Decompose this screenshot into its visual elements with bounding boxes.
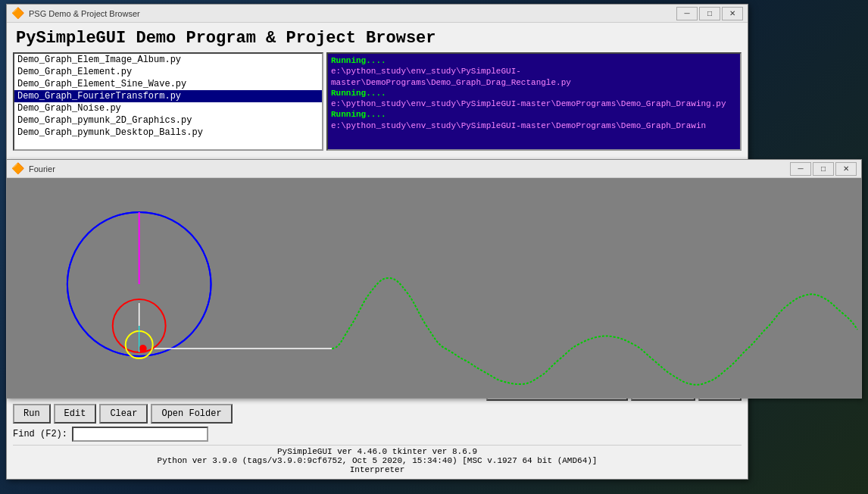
svg-point-7 [139,345,147,352]
fourier-titlebar: 🔶 Fourier ─ □ ✕ [7,160,861,178]
titlebar-left: 🔶 PSG Demo & Project Browser [11,7,140,20]
fourier-icon: 🔶 [11,162,24,175]
find-label: Find (F2): [13,429,67,439]
output-line: e:\python_study\env_study\PySimpleGUI-ma… [331,66,737,88]
fourier-svg [7,178,861,398]
file-list[interactable]: Demo_Graph_Elem_Image_Album.py Demo_Grap… [13,52,323,151]
status-line1: PySimpleGUI ver 4.46.0 tkinter ver 8.6.9 [19,447,735,456]
fourier-window-title: Fourier [29,164,55,174]
fourier-controls: ─ □ ✕ [790,162,857,176]
list-item[interactable]: Demo_Graph_Noise.py [14,102,322,114]
fourier-minimize-button[interactable]: ─ [790,162,811,176]
find-input[interactable] [72,427,208,442]
output-area: Running.... e:\python_study\env_study\Py… [326,52,742,151]
file-list-container: Demo_Graph_Elem_Image_Album.py Demo_Grap… [13,52,323,151]
minimize-button[interactable]: ─ [676,7,698,20]
fourier-canvas [7,178,861,398]
status-line2: Python ver 3.9.0 (tags/v3.9.0:9cf6752, O… [19,456,735,465]
edit-button[interactable]: Edit [54,404,97,424]
psg-window-title: PSG Demo & Project Browser [29,9,140,18]
output-line: e:\python_study\env_study\PySimpleGUI-ma… [331,98,737,109]
close-button[interactable]: ✕ [722,7,743,20]
list-item[interactable]: Demo_Graph_Elem_Image_Album.py [14,54,322,66]
psg-titlebar: 🔶 PSG Demo & Project Browser ─ □ ✕ [7,5,748,23]
output-line: Running.... [331,88,737,98]
fourier-maximize-button[interactable]: □ [813,162,834,176]
psg-icon: 🔶 [11,7,24,20]
run-button[interactable]: Run [13,404,51,424]
button-row: Run Edit Clear Open Folder [13,404,742,424]
maximize-button[interactable]: □ [699,7,720,20]
find-row: Find (F2): [13,427,742,442]
list-item[interactable]: Demo_Graph_Element.py [14,66,322,78]
desktop: 🔶 PSG Demo & Project Browser ─ □ ✕ PySim… [0,0,868,494]
fourier-window: 🔶 Fourier ─ □ ✕ [6,159,862,399]
fourier-close-button[interactable]: ✕ [835,162,857,176]
open-folder-button[interactable]: Open Folder [151,404,232,424]
fourier-title-left: 🔶 Fourier [11,162,55,175]
status-line3: Interpreter [19,465,735,474]
status-bar: PySimpleGUI ver 4.46.0 tkinter ver 8.6.9… [13,445,742,476]
psg-main-title: PySimpleGUI Demo Program & Project Brows… [7,23,748,52]
output-line: Running.... [331,55,737,66]
list-item[interactable]: Demo_Graph_pymunk_2D_Graphics.py [14,114,322,127]
list-item-selected[interactable]: Demo_Graph_FourierTransform.py [14,90,322,102]
output-line: Running.... [331,109,737,120]
top-panel: Demo_Graph_Elem_Image_Album.py Demo_Grap… [7,52,748,151]
list-item[interactable]: Demo_Graph_pymunk_Desktop_Balls.py [14,127,322,139]
clear-button[interactable]: Clear [99,404,148,424]
window-controls: ─ □ ✕ [676,7,743,20]
output-line: e:\python_study\env_study\PySimpleGUI-ma… [331,120,737,131]
list-item[interactable]: Demo_Graph_Element_Sine_Wave.py [14,78,322,90]
